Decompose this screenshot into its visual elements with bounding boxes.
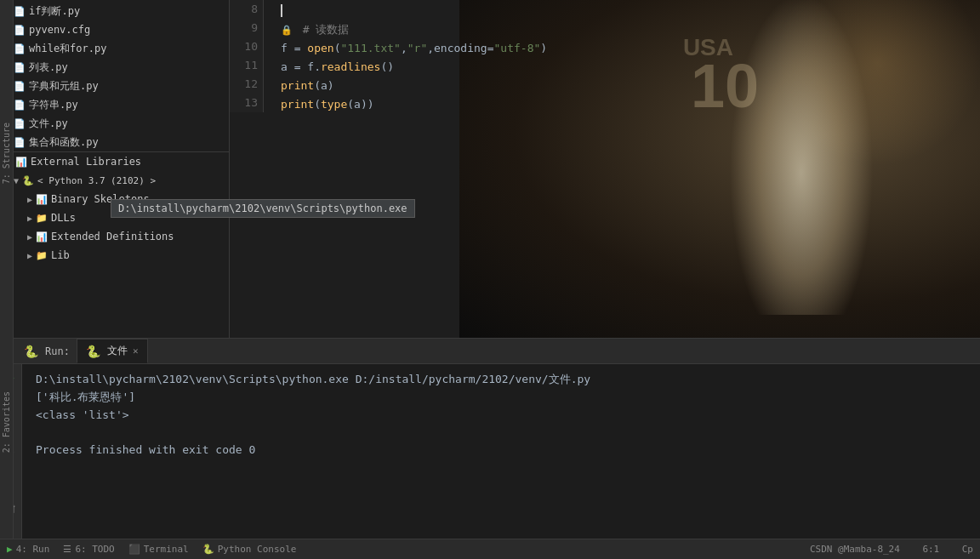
cursor xyxy=(281,4,289,17)
code-lines: 🔒 # 读数据 f = open("111.txt","r",encoding=… xyxy=(272,0,980,116)
sidebar-item-while[interactable]: 📄 while和for.py xyxy=(0,39,229,58)
code-line-9: 🔒 # 读数据 xyxy=(281,20,971,39)
py-icon: 📄 xyxy=(14,118,26,129)
code-line-11: a = f.readlines() xyxy=(281,58,971,77)
sidebar-item-label: 字符串.py xyxy=(29,98,78,112)
run-triangle-icon: ▶ xyxy=(7,544,13,555)
tab-icon: 🐍 xyxy=(86,345,100,358)
python-console-label: Python Console xyxy=(218,544,297,555)
code-line-8 xyxy=(281,2,971,20)
arrow-right-icon: ▶ xyxy=(27,195,32,204)
lib-icon: 📊 xyxy=(15,157,27,168)
lib-label: Lib xyxy=(51,249,70,261)
folder-icon: 📁 xyxy=(36,213,48,224)
sidebar-item-string[interactable]: 📄 字符串.py xyxy=(0,95,229,114)
sidebar-item-label: while和for.py xyxy=(29,42,106,56)
lock-icon: 🔒 xyxy=(281,25,293,36)
cfg-icon: 📄 xyxy=(14,25,26,36)
file-tree: 📄 if判断.py 📄 pyvenv.cfg 📄 while和for.py 📄 … xyxy=(0,0,230,338)
python-console-tab-button[interactable]: 🐍 Python Console xyxy=(202,544,297,555)
sidebar-item-label: 集合和函数.py xyxy=(29,135,99,150)
tab-close-button[interactable]: ✕ xyxy=(133,345,139,357)
terminal-label: Terminal xyxy=(144,544,189,555)
sidebar-item-label: pyvenv.cfg xyxy=(29,24,90,36)
py-icon: 📄 xyxy=(14,100,26,111)
python-path-text: D:\install\pycharm\2102\venv\Scripts\pyt… xyxy=(118,202,230,214)
extended-definitions-label: Extended Definitions xyxy=(51,231,174,242)
sidebar-item-dict[interactable]: 📄 字典和元组.py xyxy=(0,77,229,95)
sidebar-item-label: 字典和元组.py xyxy=(29,79,99,94)
status-right: CSDN @Mamba-8_24 6:1 Cp xyxy=(810,544,973,555)
tab-name: 文件 xyxy=(107,344,128,358)
py-icon: 📄 xyxy=(14,6,26,17)
console-line-3: <class 'list'> xyxy=(36,407,966,425)
position-label: 6:1 xyxy=(922,544,939,555)
py-icon: 📄 xyxy=(14,43,26,54)
todo-tab-button[interactable]: ☰ 6: TODO xyxy=(63,544,114,555)
sidebar-item-python[interactable]: ▼ 🐍 < Python 3.7 (2102) > xyxy=(0,171,229,190)
python-console-icon: 🐍 xyxy=(202,544,214,555)
arrow-right-icon: ▶ xyxy=(27,251,32,260)
sidebar-item-file[interactable]: 📄 文件.py xyxy=(0,114,229,133)
encoding-label: Cp xyxy=(962,544,973,555)
arrow-down-icon: ▼ xyxy=(14,176,19,185)
structure-label[interactable]: 7: Structure xyxy=(2,123,11,184)
console-line-1: D:\install\pycharm\2102\venv\Scripts\pyt… xyxy=(36,371,966,389)
folder-icon: 📁 xyxy=(36,250,48,261)
run-icon: 🐍 xyxy=(24,345,38,358)
terminal-tab-button[interactable]: ⬛ Terminal xyxy=(128,544,189,555)
py-icon: 📄 xyxy=(14,81,26,92)
py-icon: 📄 xyxy=(14,137,26,148)
tab-file[interactable]: 🐍 文件 ✕ xyxy=(77,339,148,363)
todo-label: 6: TODO xyxy=(75,544,114,555)
tabs-bar: 🐍 Run: 🐍 文件 ✕ xyxy=(0,339,980,364)
run-panel: 🐍 Run: 🐍 文件 ✕ ▶ ⬇ ⬆ ≡ ⚙ ✏ 🖨 🗑 D:\install… xyxy=(0,338,980,559)
console-line-4 xyxy=(36,424,966,442)
console-output: D:\install\pycharm\2102\venv\Scripts\pyt… xyxy=(22,364,980,559)
external-libraries-label: External Libraries xyxy=(31,156,141,168)
sidebar-item-extended-defs[interactable]: ▶ 📊 Extended Definitions xyxy=(0,227,229,246)
tooltip-python-path: D:\install\pycharm\2102\venv\Scripts\pyt… xyxy=(111,199,230,218)
sidebar-item-label: 列表.py xyxy=(29,60,68,75)
dlls-label: DLLs xyxy=(51,212,76,224)
sidebar-item-label: if判断.py xyxy=(29,4,80,19)
binary-icon: 📊 xyxy=(36,194,48,205)
status-bar: ▶ 4: Run ☰ 6: TODO ⬛ Terminal 🐍 Python C… xyxy=(0,539,980,559)
py-icon: 📄 xyxy=(14,62,26,73)
sidebar-item-if[interactable]: 📄 if判断.py xyxy=(0,2,229,20)
sidebar-item-label: 文件.py xyxy=(29,117,68,131)
arrow-right-icon: ▶ xyxy=(27,232,32,242)
code-line-10: f = open("111.txt","r",encoding="utf-8") xyxy=(281,39,971,58)
sidebar-item-external-libs[interactable]: ▼ 📊 External Libraries xyxy=(0,152,229,171)
sidebar-item-lib[interactable]: ▶ 📁 Lib xyxy=(0,246,229,265)
console-line-5: Process finished with exit code 0 xyxy=(36,442,966,459)
code-line-12: print(a) xyxy=(281,77,971,95)
favorites-label[interactable]: 2: Favorites xyxy=(2,391,11,453)
sidebar-item-list[interactable]: 📄 列表.py xyxy=(0,58,229,77)
console-line-2: ['科比.布莱恩特'] xyxy=(36,389,966,407)
line-numbers: 8 9 10 11 12 13 xyxy=(230,0,264,112)
code-editor[interactable]: USA 10 8 9 10 11 12 13 xyxy=(230,0,980,338)
sidebar-item-pyvenv[interactable]: 📄 pyvenv.cfg xyxy=(0,20,229,39)
python-icon: 🐍 xyxy=(22,175,34,186)
csdn-label: CSDN @Mamba-8_24 xyxy=(810,544,900,555)
run-tab-label: 4: Run xyxy=(16,544,50,555)
extended-icon: 📊 xyxy=(36,231,48,242)
arrow-right-icon: ▶ xyxy=(27,214,32,223)
run-tab-button[interactable]: ▶ 4: Run xyxy=(7,544,49,555)
todo-icon: ☰ xyxy=(63,544,71,555)
sidebar-item-collection[interactable]: 📄 集合和函数.py xyxy=(0,133,229,151)
code-line-13: print(type(a)) xyxy=(281,95,971,114)
python-version-label: < Python 3.7 (2102) > xyxy=(37,175,156,186)
run-label: Run: xyxy=(45,345,70,357)
terminal-icon: ⬛ xyxy=(128,544,140,555)
